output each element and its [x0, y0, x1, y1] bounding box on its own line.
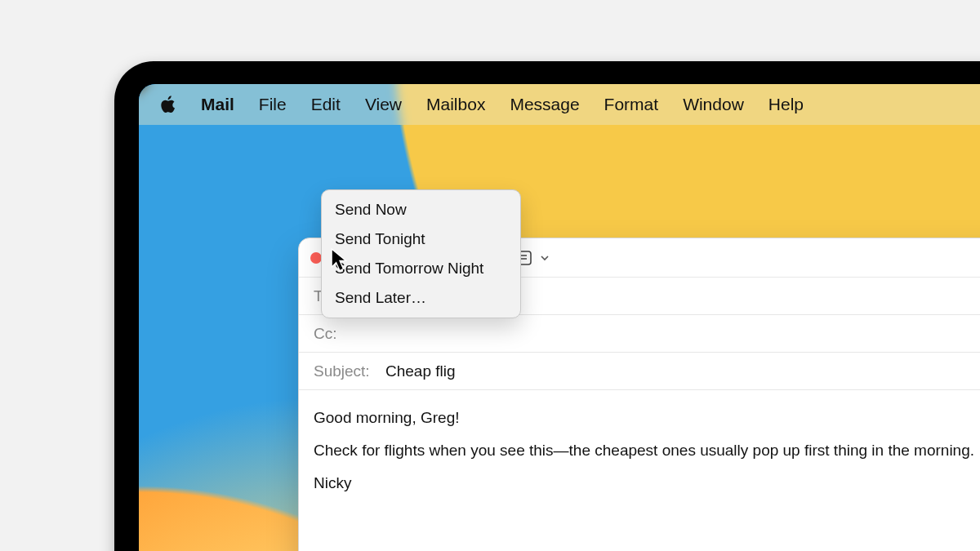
- subject-row[interactable]: Subject: Cheap flig: [299, 353, 980, 390]
- chevron-down-icon[interactable]: [539, 252, 550, 264]
- subject-value[interactable]: Cheap flig: [385, 362, 456, 380]
- system-menubar: Mail File Edit View Mailbox Message Form…: [139, 84, 980, 125]
- menu-file[interactable]: File: [259, 95, 287, 114]
- apple-menu-icon[interactable]: [160, 95, 176, 114]
- cc-row[interactable]: Cc:: [299, 315, 980, 353]
- menu-item-send-later[interactable]: Send Later…: [322, 283, 520, 313]
- menu-window[interactable]: Window: [683, 95, 744, 114]
- cc-label: Cc:: [314, 325, 385, 343]
- menu-mailbox[interactable]: Mailbox: [426, 95, 485, 114]
- menu-view[interactable]: View: [365, 95, 402, 114]
- menu-item-send-tonight[interactable]: Send Tonight: [322, 224, 520, 254]
- body-line: Check for flights when you see this—the …: [314, 436, 980, 465]
- subject-label: Subject:: [314, 362, 385, 380]
- app-menu[interactable]: Mail: [201, 95, 234, 114]
- menu-edit[interactable]: Edit: [311, 95, 341, 114]
- menu-format[interactable]: Format: [604, 95, 659, 114]
- menu-message[interactable]: Message: [510, 95, 579, 114]
- menu-item-send-now[interactable]: Send Now: [322, 195, 520, 224]
- send-later-menu: Send Now Send Tonight Send Tomorrow Nigh…: [321, 189, 521, 318]
- mouse-cursor-icon: [331, 248, 349, 273]
- message-body[interactable]: Good morning, Greg! Check for flights wh…: [299, 390, 980, 514]
- close-button[interactable]: [310, 252, 322, 264]
- menu-item-send-tomorrow-night[interactable]: Send Tomorrow Night: [322, 254, 520, 283]
- body-line: Nicky: [314, 469, 980, 498]
- screen: Mail File Edit View Mailbox Message Form…: [139, 84, 980, 551]
- body-line: Good morning, Greg!: [314, 403, 980, 433]
- menu-help[interactable]: Help: [768, 95, 804, 114]
